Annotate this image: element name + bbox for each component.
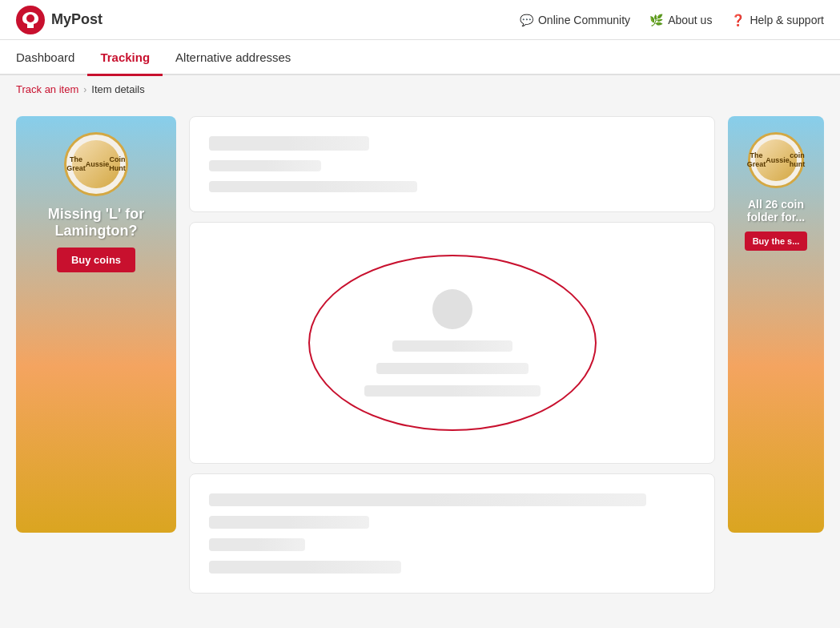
breadcrumb: Track an item › Item details: [0, 75, 840, 103]
svg-point-1: [26, 14, 34, 22]
center-content: [189, 116, 715, 594]
question-icon: ❓: [731, 14, 745, 26]
bottom-skeleton-3: [209, 538, 305, 551]
loading-card-bottom: [189, 473, 715, 594]
right-ad-banner[interactable]: The Great Aussie coin hunt All 26 coin f…: [728, 116, 824, 533]
skeleton-line-1: [209, 136, 369, 151]
mypost-logo-icon: [16, 6, 45, 34]
bottom-skeleton-4: [209, 561, 401, 574]
bottom-skeleton-1: [209, 493, 646, 506]
left-ad-title: Missing 'L' for Lamington?: [48, 206, 145, 240]
flag-icon: 🌿: [649, 14, 663, 26]
left-ad-badge-inner: The Great Aussie Coin Hunt: [72, 140, 120, 188]
empty-skeleton-2: [376, 363, 529, 374]
left-ad-banner[interactable]: The Great Aussie Coin Hunt Missing 'L' f…: [16, 116, 176, 533]
logo-area: MyPost: [16, 6, 102, 34]
about-us-link[interactable]: 🌿 About us: [649, 14, 712, 26]
skeleton-line-3: [209, 181, 417, 192]
site-header: MyPost 💬 Online Community 🌿 About us ❓ H…: [0, 0, 840, 40]
left-ad-badge: The Great Aussie Coin Hunt: [64, 132, 128, 196]
left-ad-buy-button[interactable]: Buy coins: [57, 248, 135, 272]
breadcrumb-current: Item details: [91, 83, 144, 95]
loading-card-top: [189, 116, 715, 212]
right-ad-buy-button[interactable]: Buy the s...: [745, 231, 808, 251]
online-community-link[interactable]: 💬 Online Community: [520, 14, 630, 26]
breadcrumb-separator: ›: [83, 84, 86, 95]
skeleton-line-2: [209, 160, 321, 171]
chat-icon: 💬: [520, 14, 533, 26]
empty-avatar: [432, 289, 472, 329]
header-nav: 💬 Online Community 🌿 About us ❓ Help & s…: [520, 14, 824, 26]
help-support-link[interactable]: ❓ Help & support: [731, 14, 824, 26]
breadcrumb-track-item[interactable]: Track an item: [16, 83, 78, 95]
nav-alternative-addresses[interactable]: Alternative addresses: [163, 39, 303, 74]
empty-state-card: [189, 222, 715, 464]
empty-oval: [308, 255, 597, 431]
empty-skeleton-1: [392, 340, 512, 352]
bottom-skeleton-2: [209, 516, 369, 529]
right-ad-inner: The Great Aussie coin hunt All 26 coin f…: [728, 116, 824, 533]
right-ad-badge: The Great Aussie coin hunt: [748, 132, 804, 188]
logo-text: MyPost: [51, 11, 102, 28]
nav-tracking[interactable]: Tracking: [87, 39, 163, 74]
main-nav: Dashboard Tracking Alternative addresses: [0, 40, 840, 75]
right-ad-badge-inner: The Great Aussie coin hunt: [755, 139, 797, 181]
empty-skeleton-3: [364, 385, 541, 397]
right-ad-title: All 26 coin folder for...: [747, 198, 805, 223]
main-content: The Great Aussie Coin Hunt Missing 'L' f…: [0, 103, 840, 606]
nav-dashboard[interactable]: Dashboard: [16, 39, 87, 74]
empty-state-container: [308, 255, 597, 431]
left-ad-inner: The Great Aussie Coin Hunt Missing 'L' f…: [16, 116, 176, 533]
